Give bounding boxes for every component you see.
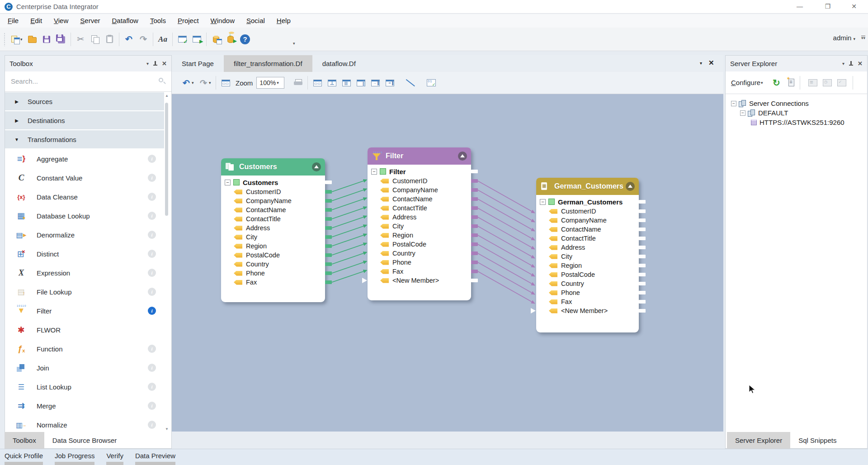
field-row[interactable]: PostalCode bbox=[368, 240, 471, 249]
panel-tab[interactable]: Sql Snippets bbox=[790, 432, 844, 449]
field-row[interactable]: Phone bbox=[368, 258, 471, 267]
toolbox-item[interactable]: Aggregate i bbox=[5, 149, 164, 168]
field-row[interactable]: ContactName bbox=[536, 225, 639, 234]
node-filter[interactable]: 10110 Filter − Filter CustomerID bbox=[368, 147, 471, 300]
toolbox-item[interactable]: File Lookup i bbox=[5, 282, 164, 301]
toolbar-options-icon[interactable]: ▾▾ bbox=[861, 36, 865, 40]
node-root-row[interactable]: − Customers bbox=[221, 177, 325, 187]
node-filter-header[interactable]: 10110 Filter bbox=[368, 147, 471, 165]
expand-node-button[interactable] bbox=[368, 75, 382, 90]
canvas-redo-button[interactable]: ↷ bbox=[196, 75, 211, 90]
tree-collapse-icon[interactable]: − bbox=[225, 180, 231, 185]
verify-dataflow-button[interactable] bbox=[175, 32, 189, 47]
run-database-button[interactable] bbox=[223, 32, 238, 47]
configure-button[interactable]: Configure ▾ bbox=[731, 79, 765, 86]
field-row[interactable]: CompanyName bbox=[221, 196, 325, 205]
toolbox-item[interactable]: Database Lookup i bbox=[5, 206, 164, 225]
field-row[interactable]: City bbox=[536, 252, 639, 261]
server-monitor-button[interactable] bbox=[835, 75, 849, 90]
field-row[interactable]: PostalCode bbox=[536, 270, 639, 279]
field-row[interactable]: Country bbox=[536, 279, 639, 288]
status-panel-tab[interactable]: Quick Profile bbox=[5, 449, 43, 465]
info-icon[interactable]: i bbox=[148, 231, 156, 239]
field-row[interactable]: CustomerID bbox=[536, 207, 639, 216]
collapse-panel-button[interactable] bbox=[354, 75, 368, 90]
toolbox-item[interactable]: Data Cleanse i bbox=[5, 187, 164, 206]
document-tab[interactable]: filter_transformation.Df bbox=[224, 55, 312, 72]
info-icon[interactable]: i bbox=[148, 402, 156, 410]
field-row[interactable]: CustomerID bbox=[221, 187, 325, 196]
pin-icon[interactable] bbox=[849, 61, 854, 66]
print-button[interactable] bbox=[291, 75, 305, 90]
scroll-up-icon[interactable]: ▲ bbox=[165, 94, 169, 98]
tree-collapse-icon[interactable]: − bbox=[731, 101, 736, 106]
toolbox-item[interactable]: Join i bbox=[5, 358, 164, 377]
field-row[interactable]: CompanyName bbox=[536, 216, 639, 225]
add-server-icon[interactable] bbox=[788, 79, 794, 86]
tab-list-icon[interactable]: ▾ bbox=[700, 61, 702, 66]
new-dataflow-button[interactable] bbox=[8, 32, 22, 47]
node-german-customers[interactable]: German_Customers − German_Customers Cust… bbox=[536, 178, 639, 332]
field-row[interactable]: Region bbox=[368, 231, 471, 240]
field-row[interactable]: Address bbox=[368, 213, 471, 222]
toolbox-item[interactable]: Normalize i bbox=[5, 415, 164, 431]
toolbar-grip[interactable] bbox=[4, 33, 6, 46]
job-monitor-button[interactable] bbox=[806, 75, 820, 90]
collapse-node-button[interactable] bbox=[458, 152, 467, 161]
tab-close-icon[interactable]: ✕ bbox=[708, 59, 714, 67]
field-row[interactable]: Address bbox=[221, 223, 325, 232]
menu-item[interactable]: Dataflow bbox=[106, 14, 144, 28]
field-row[interactable]: ContactTitle bbox=[221, 214, 325, 223]
minimize-button[interactable]: — bbox=[789, 0, 810, 13]
dataflow-canvas[interactable]: Customers − Customers CustomerID bbox=[172, 94, 723, 432]
tree-collapse-icon[interactable]: − bbox=[371, 169, 377, 175]
toolbox-scrollbar[interactable]: ▲ ▼ bbox=[164, 94, 170, 431]
field-row[interactable]: Region bbox=[221, 242, 325, 251]
field-row[interactable]: Fax bbox=[536, 297, 639, 306]
panel-close-icon[interactable]: ✕ bbox=[858, 60, 863, 67]
field-row[interactable]: CustomerID bbox=[368, 176, 471, 185]
save-button[interactable] bbox=[39, 32, 54, 47]
field-row[interactable]: Fax bbox=[368, 267, 471, 276]
user-menu[interactable]: admin▾ bbox=[833, 34, 855, 42]
field-row[interactable]: ContactTitle bbox=[368, 204, 471, 213]
tree-collapse-icon[interactable]: − bbox=[740, 110, 745, 116]
zoom-dropdown[interactable]: 100% ▾ bbox=[256, 77, 284, 89]
info-icon[interactable]: i bbox=[148, 193, 156, 201]
paste-button[interactable] bbox=[102, 32, 117, 47]
font-button[interactable]: Aa bbox=[156, 32, 170, 47]
info-icon[interactable]: i bbox=[148, 174, 156, 182]
toolbox-item[interactable]: Constant Value i bbox=[5, 168, 164, 187]
refresh-icon[interactable]: ↻ bbox=[773, 77, 780, 88]
document-tab[interactable]: Start Page bbox=[172, 55, 224, 72]
menu-item[interactable]: Window bbox=[205, 14, 241, 28]
panel-tab[interactable]: Server Explorer bbox=[727, 432, 790, 449]
expand-all-button[interactable] bbox=[382, 75, 397, 90]
help-button[interactable]: ? bbox=[238, 32, 252, 47]
pin-icon[interactable] bbox=[153, 61, 158, 66]
field-row[interactable]: ContactTitle bbox=[536, 234, 639, 243]
tree-collapse-icon[interactable]: − bbox=[540, 199, 546, 205]
status-panel-tab[interactable]: Data Preview bbox=[135, 449, 175, 465]
field-row[interactable]: Fax bbox=[221, 278, 325, 287]
data-profile-button[interactable] bbox=[209, 32, 223, 47]
toolbox-item[interactable]: List Lookup i bbox=[5, 377, 164, 396]
field-row[interactable]: CompanyName bbox=[368, 185, 471, 195]
save-all-button[interactable] bbox=[54, 32, 68, 47]
layout-list-button[interactable] bbox=[339, 75, 354, 90]
toolbox-item[interactable]: Function i bbox=[5, 339, 164, 358]
field-row[interactable]: Country bbox=[368, 249, 471, 258]
document-tab[interactable]: dataflow.Df bbox=[312, 55, 366, 72]
cut-button[interactable]: ✂ bbox=[73, 32, 88, 47]
menu-item[interactable]: Project bbox=[172, 14, 205, 28]
layout-hierarchy-button[interactable] bbox=[310, 75, 325, 90]
node-root-row[interactable]: − Filter bbox=[368, 166, 471, 176]
menu-item[interactable]: Help bbox=[271, 14, 297, 28]
field-row[interactable]: City bbox=[221, 232, 325, 242]
field-row[interactable]: City bbox=[368, 222, 471, 231]
tree-node-default[interactable]: − DEFAULT bbox=[731, 108, 867, 118]
auto-layout-button[interactable] bbox=[218, 75, 233, 90]
field-row[interactable]: Phone bbox=[221, 269, 325, 278]
toolbox-item[interactable]: Expression i bbox=[5, 263, 164, 282]
layout-tree-button[interactable] bbox=[325, 75, 339, 90]
